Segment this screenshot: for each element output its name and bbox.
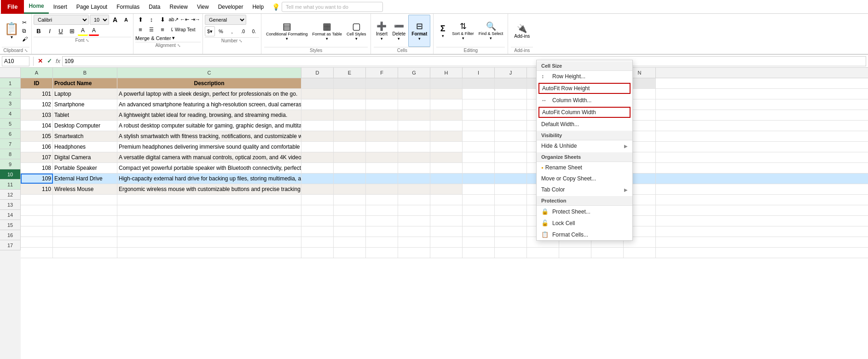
cancel-button[interactable]: ✕ [35, 57, 45, 66]
cell-b11[interactable]: Wireless Mouse [53, 184, 117, 194]
cell-d1[interactable] [301, 78, 334, 88]
cell-a2[interactable]: 101 [21, 89, 53, 99]
cell-styles-button[interactable]: ▢ Cell Styles ▾ [345, 15, 368, 47]
cell-f1[interactable] [366, 78, 398, 88]
col-header-d[interactable]: D [301, 68, 334, 78]
cell-a7[interactable]: 106 [21, 142, 53, 152]
align-left-button[interactable]: ≡ [135, 25, 145, 34]
cell-d7[interactable] [301, 142, 334, 152]
number-format-select[interactable]: General [205, 15, 246, 25]
font-size-select[interactable]: 10 [90, 15, 109, 25]
format-cells-item[interactable]: 📋 Format Cells... [537, 229, 632, 240]
cell-c5[interactable]: A robust desktop computer suitable for g… [117, 121, 301, 131]
col-header-j[interactable]: J [495, 68, 527, 78]
cell-f5[interactable] [366, 121, 398, 131]
cell-i3[interactable] [463, 99, 495, 110]
review-tab[interactable]: Review [165, 0, 192, 14]
cell-b4[interactable]: Tablet [53, 110, 117, 120]
cell-f7[interactable] [366, 142, 398, 152]
cell-h2[interactable] [430, 89, 463, 99]
cell-i5[interactable] [463, 121, 495, 131]
wrap-text-button[interactable]: ⤹ Wrap Text [168, 25, 197, 34]
border-button[interactable]: ⊞ [67, 26, 77, 36]
align-top-button[interactable]: ⬆ [135, 15, 145, 24]
cell-c10[interactable]: High-capacity external hard drive for ba… [117, 174, 301, 184]
cell-d10[interactable] [301, 174, 334, 184]
sort-filter-button[interactable]: ⇅ Sort & Filter ▾ [450, 15, 476, 47]
cell-c8[interactable]: A versatile digital camera with manual c… [117, 152, 301, 162]
cell-a1[interactable]: ID [21, 78, 53, 88]
move-copy-sheet-item[interactable]: Move or Copy Sheet... [537, 173, 632, 184]
cell-i8[interactable] [463, 152, 495, 162]
file-menu-item[interactable]: File [1, 0, 24, 14]
cell-f6[interactable] [366, 131, 398, 141]
autofit-row-height-item[interactable]: AutoFit Row Height [538, 83, 631, 94]
format-cells-button[interactable]: ⊟ Format ▾ [408, 15, 430, 47]
cell-e4[interactable] [334, 110, 366, 120]
cell-f10[interactable] [366, 174, 398, 184]
confirm-button[interactable]: ✓ [45, 57, 54, 66]
cell-e6[interactable] [334, 131, 366, 141]
cell-g7[interactable] [398, 142, 430, 152]
row-num-15[interactable]: 15 [0, 220, 21, 230]
cell-i4[interactable] [463, 110, 495, 120]
cell-d8[interactable] [301, 152, 334, 162]
cell-a9[interactable]: 108 [21, 163, 53, 173]
cell-e7[interactable] [334, 142, 366, 152]
col-header-c[interactable]: C [117, 68, 301, 78]
home-tab[interactable]: Home [24, 0, 48, 14]
cell-b6[interactable]: Smartwatch [53, 131, 117, 141]
cell-e2[interactable] [334, 89, 366, 99]
cell-i11[interactable] [463, 184, 495, 194]
cell-f9[interactable] [366, 163, 398, 173]
cell-i10[interactable] [463, 174, 495, 184]
cell-g2[interactable] [398, 89, 430, 99]
cell-f2[interactable] [366, 89, 398, 99]
paste-button[interactable]: 📋 ▾ [2, 22, 21, 41]
cell-e8[interactable] [334, 152, 366, 162]
cell-b8[interactable]: Digital Camera [53, 152, 117, 162]
fill-color-button[interactable]: A [78, 26, 88, 36]
cell-c6[interactable]: A stylish smartwatch with fitness tracki… [117, 131, 301, 141]
cell-i7[interactable] [463, 142, 495, 152]
cell-e3[interactable] [334, 99, 366, 110]
cell-h1[interactable] [430, 78, 463, 88]
cell-j10[interactable] [495, 174, 527, 184]
col-header-f[interactable]: F [366, 68, 398, 78]
cell-h3[interactable] [430, 99, 463, 110]
row-num-1[interactable]: 1 [0, 78, 21, 88]
col-header-g[interactable]: G [398, 68, 430, 78]
cell-c4[interactable]: A lightweight tablet ideal for reading, … [117, 110, 301, 120]
cell-h4[interactable] [430, 110, 463, 120]
row-num-14[interactable]: 14 [0, 210, 21, 220]
cell-h8[interactable] [430, 152, 463, 162]
view-tab[interactable]: View [192, 0, 214, 14]
hide-unhide-item[interactable]: Hide & Unhide ▶ [537, 140, 632, 151]
cell-h6[interactable] [430, 131, 463, 141]
row-num-5[interactable]: 5 [0, 119, 21, 129]
cell-c1[interactable]: Description [117, 78, 301, 88]
cell-e5[interactable] [334, 121, 366, 131]
developer-tab[interactable]: Developer [214, 0, 248, 14]
cell-g11[interactable] [398, 184, 430, 194]
cell-c11[interactable]: Ergonomic wireless mouse with customizab… [117, 184, 301, 194]
format-painter-button[interactable]: 🖌 [21, 35, 29, 43]
cell-c7[interactable]: Premium headphones delivering immersive … [117, 142, 301, 152]
cell-f3[interactable] [366, 99, 398, 110]
cell-j3[interactable] [495, 99, 527, 110]
cell-g4[interactable] [398, 110, 430, 120]
cell-e10[interactable] [334, 174, 366, 184]
align-bottom-button[interactable]: ⬇ [157, 15, 168, 24]
decrease-font-button[interactable]: A [121, 15, 131, 25]
row-height-item[interactable]: ↕ Row Height... [537, 71, 632, 82]
italic-button[interactable]: I [45, 26, 55, 36]
insert-tab[interactable]: Insert [49, 0, 72, 14]
indent-increase-button[interactable]: ⇥→ [191, 15, 201, 24]
underline-button[interactable]: U [56, 26, 66, 36]
row-num-13[interactable]: 13 [0, 200, 21, 210]
cell-e11[interactable] [334, 184, 366, 194]
row-num-9[interactable]: 9 [0, 159, 21, 169]
cell-b1[interactable]: Product Name [53, 78, 117, 88]
cell-j2[interactable] [495, 89, 527, 99]
align-center-button[interactable]: ☰ [146, 25, 156, 34]
